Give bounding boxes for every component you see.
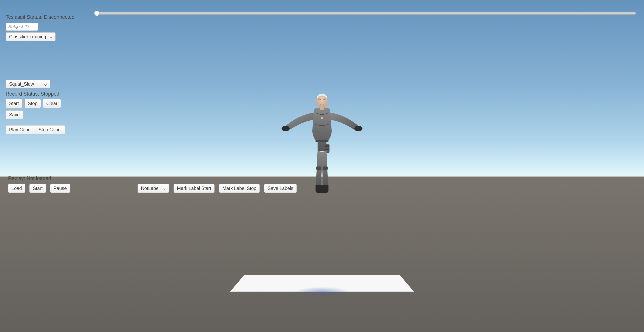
mode-select-value: Classifier Training [9, 34, 46, 40]
record-status-label: Record Status: [6, 91, 39, 97]
chevron-down-icon [49, 35, 52, 38]
mark-label-stop-button[interactable]: Mark Label Stop [219, 184, 260, 193]
replay-status-label: Replay: [8, 175, 25, 181]
replay-load-button[interactable]: Load [8, 184, 25, 193]
record-start-button[interactable]: Start [6, 99, 22, 108]
timeline-slider-thumb[interactable] [94, 11, 100, 16]
record-stop-button[interactable]: Stop [24, 99, 41, 108]
mark-label-start-button[interactable]: Mark Label Start [174, 184, 214, 193]
replay-pause-button[interactable]: Pause [50, 184, 70, 193]
chevron-down-icon [44, 82, 47, 86]
record-status: Record Status: Stopped [6, 91, 59, 97]
teslasuit-status: Teslasuit Status: Disconnected [6, 14, 74, 20]
timeline-slider-track [95, 12, 636, 14]
record-save-button[interactable]: Save [6, 110, 23, 119]
exercise-select[interactable]: Squat_Slow [6, 80, 50, 88]
teslasuit-status-label: Teslasuit Status: [6, 14, 42, 20]
mode-select[interactable]: Classifier Training [6, 32, 56, 41]
exercise-select-value: Squat_Slow [9, 81, 34, 87]
play-count-button[interactable]: Play Count [6, 125, 35, 134]
record-clear-button[interactable]: Clear [43, 99, 61, 108]
replay-status-value: Not loaded [27, 175, 51, 181]
replay-status: Replay: Not loaded [8, 175, 51, 181]
label-select[interactable]: NotLabel [138, 184, 169, 193]
stop-count-button[interactable]: Stop Count [35, 125, 65, 134]
replay-start-button[interactable]: Start [29, 184, 46, 193]
record-status-value: Stopped [40, 91, 59, 97]
teslasuit-status-value: Disconnected [44, 14, 74, 20]
label-select-value: NotLabel [141, 186, 160, 191]
save-labels-button[interactable]: Save Labels [264, 184, 297, 193]
chevron-down-icon [163, 187, 166, 190]
subject-id-input[interactable] [6, 23, 38, 31]
timeline-slider[interactable] [95, 11, 636, 15]
